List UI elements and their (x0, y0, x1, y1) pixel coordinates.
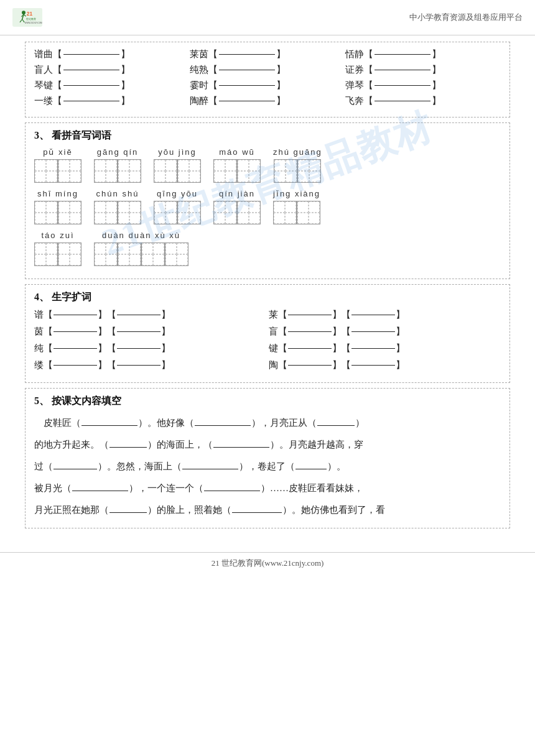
pinyin-group-duanduanxuxu: duàn duàn xù xù (94, 231, 188, 266)
char-box-you1[interactable] (154, 159, 177, 183)
char-boxes-qingyou (154, 201, 201, 224)
logo-icon: 21 世纪教育 WWW.21CNJY.COM (12, 5, 42, 30)
pinyin-row-2: shī míng chún shú qīng yōu (34, 189, 501, 224)
pinyin-maowu: máo wū (219, 147, 255, 157)
fill-item-证券: 证券【 】 (345, 64, 501, 76)
svg-point-1 (22, 11, 26, 14)
fill-item-莱茵: 莱茵【 】 (190, 48, 345, 60)
section-3: 3、 看拼音写词语 pǔ xiě gāng qín (25, 122, 510, 279)
svg-text:21: 21 (27, 11, 33, 17)
section-5: 5、 按课文内容填空 皮鞋匠（）。他好像（），月亮正从（） 的地方升起来。（）的… (25, 388, 510, 528)
expand-茵: 茵【 】【 】 (34, 326, 266, 338)
char-boxes-shiming (34, 201, 81, 224)
fill-blank-line-2: 的地方升起来。（）的海面上，（）。月亮越升越高，穿 (34, 435, 501, 455)
page: 21 世纪教育 WWW.21CNJY.COM 中小学教育资源及组卷应用平台 21… (0, 0, 535, 756)
section-4-num: 4、 (34, 292, 49, 302)
section-4-title: 4、 生字扩词 (34, 291, 501, 304)
expand-莱: 莱【 】【 】 (269, 309, 501, 321)
pinyin-group-chunshu: chún shú (94, 189, 141, 224)
expand-row-3: 纯【 】【 】 键【 】【 】 (34, 343, 501, 354)
expand-纯: 纯【 】【 】 (34, 343, 266, 354)
char-box-xie[interactable] (58, 159, 81, 183)
expand-缕: 缕【 】【 】 (34, 359, 266, 371)
footer: 21 世纪教育网(www.21cnjy.com) (0, 552, 535, 574)
char-box-duan1[interactable] (94, 242, 118, 266)
footer-text: 21 世纪教育网(www.21cnjy.com) (212, 558, 324, 568)
char-box-xu2[interactable] (165, 242, 188, 266)
pinyin-duanduanxuxu: duàn duàn xù xù (102, 231, 180, 240)
char-box-mao[interactable] (213, 159, 237, 183)
pinyin-row-1: pǔ xiě gāng qín yōu jìng (34, 147, 501, 183)
pinyin-jingxiang: jǐng xiàng (273, 189, 320, 198)
char-boxes-taozui (34, 242, 81, 266)
section-5-text: 按课文内容填空 (52, 395, 121, 406)
char-box-gang[interactable] (94, 159, 118, 183)
expand-row-4: 缕【 】【 】 陶【 】【 】 (34, 359, 501, 371)
char-box-xiang[interactable] (297, 201, 320, 224)
fill-item-谱曲: 谱曲【 】 (34, 48, 190, 60)
char-box-shu[interactable] (118, 201, 141, 224)
char-box-zui[interactable] (58, 242, 81, 266)
pinyin-group-zhuguang: zhú guāng (273, 147, 322, 183)
pinyin-group-maowu: máo wū (213, 147, 261, 183)
char-box-xu1[interactable] (141, 242, 165, 266)
char-box-guang[interactable] (297, 159, 321, 183)
expand-row-1: 谱【 】【 】 莱【 】【 】 (34, 309, 501, 321)
platform-label: 中小学教育资源及组卷应用平台 (409, 12, 523, 23)
char-boxes-puxie (34, 159, 81, 183)
fill-item-霎时: 霎时【 】 (190, 80, 345, 91)
pinyin-qingyou: qīng yōu (157, 189, 198, 198)
char-box-tao[interactable] (34, 242, 58, 266)
fill-row-1: 谱曲【 】 莱茵【 】 恬静【 】 (34, 48, 501, 60)
expand-谱: 谱【 】【 】 (34, 309, 266, 321)
fill-item-陶醉: 陶醉【 】 (190, 95, 345, 107)
fill-row-4: 一缕【 】 陶醉【 】 飞奔【 】 (34, 95, 501, 107)
svg-text:WWW.21CNJY.COM: WWW.21CNJY.COM (25, 22, 42, 24)
char-box-qin[interactable] (118, 159, 141, 183)
char-boxes-duanduanxuxu (94, 242, 188, 266)
fill-item-一缕: 一缕【 】 (34, 95, 190, 107)
char-box-jian[interactable] (237, 201, 261, 224)
char-box-qin2[interactable] (213, 201, 237, 224)
char-box-wu[interactable] (237, 159, 261, 183)
char-boxes-chunshu (94, 201, 141, 224)
svg-text:世纪教育: 世纪教育 (26, 17, 36, 21)
fill-row-2: 盲人【 】 纯熟【 】 证券【 】 (34, 64, 501, 76)
char-box-ming[interactable] (58, 201, 81, 224)
char-box-pu[interactable] (34, 159, 58, 183)
char-box-jing1[interactable] (177, 159, 201, 183)
pinyin-group-puxie: pǔ xiě (34, 147, 81, 183)
fill-item-弹琴: 弹琴【 】 (345, 80, 501, 91)
char-box-zhu[interactable] (274, 159, 297, 183)
header: 21 世纪教育 WWW.21CNJY.COM 中小学教育资源及组卷应用平台 (0, 0, 535, 35)
pinyin-group-shiming: shī míng (34, 189, 81, 224)
char-boxes-youjing (154, 159, 201, 183)
pinyin-group-jingxiang: jǐng xiàng (273, 189, 320, 224)
char-box-duan2[interactable] (118, 242, 141, 266)
char-box-qing[interactable] (154, 201, 177, 224)
char-box-chun[interactable] (94, 201, 118, 224)
pinyin-group-taozui: táo zuì (34, 231, 81, 266)
fill-item-琴键: 琴键【 】 (34, 80, 190, 91)
char-box-you2[interactable] (177, 201, 201, 224)
char-boxes-gangqin (94, 159, 141, 183)
pinyin-group-youjing: yōu jìng (154, 147, 201, 183)
pinyin-group-gangqin: gāng qín (94, 147, 141, 183)
fill-item-飞奔: 飞奔【 】 (345, 95, 501, 107)
fill-blank-line-5: 月光正照在她那（）的脸上，照着她（）。她仿佛也看到了，看 (34, 500, 501, 520)
section-3-text: 看拼音写词语 (52, 130, 111, 141)
char-box-shi[interactable] (34, 201, 58, 224)
expand-row-2: 茵【 】【 】 盲【 】【 】 (34, 326, 501, 338)
section-3-title: 3、 看拼音写词语 (34, 129, 501, 142)
content: 21世纪教育精品教材 谱曲【 】 莱茵【 】 恬静【 】 (0, 35, 535, 546)
pinyin-chunshu: chún shú (96, 189, 139, 198)
pinyin-shiming: shī míng (37, 189, 78, 198)
pinyin-qinjian: qín jiàn (219, 189, 255, 198)
section-5-num: 5、 (34, 395, 49, 406)
char-box-jing2[interactable] (273, 201, 297, 224)
section-4: 4、 生字扩词 谱【 】【 】 莱【 】【 】 (25, 284, 510, 383)
expand-键: 键【 】【 】 (269, 343, 501, 354)
section-3-num: 3、 (34, 130, 49, 141)
expand-陶: 陶【 】【 】 (269, 359, 501, 371)
fill-blank-line-1: 皮鞋匠（）。他好像（），月亮正从（） (34, 413, 501, 433)
